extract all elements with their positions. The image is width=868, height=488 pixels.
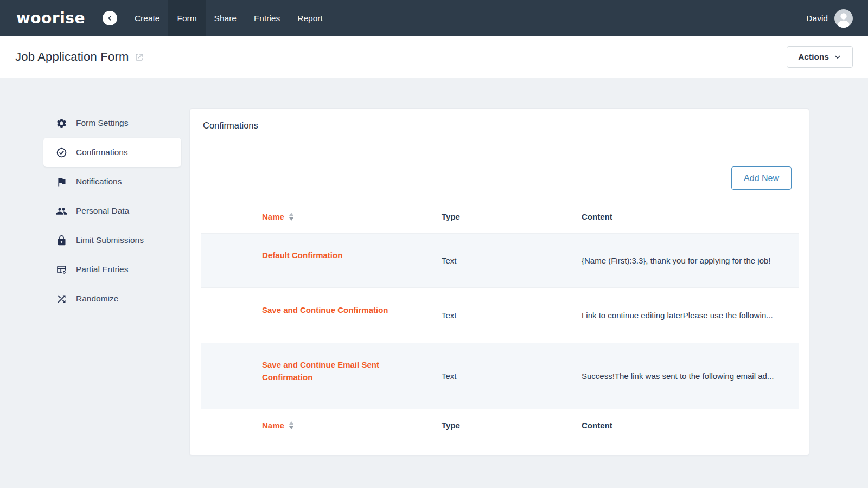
sidebar-item-label: Partial Entries: [76, 265, 128, 274]
confirmation-type: Text: [442, 287, 582, 343]
sidebar-item-form-settings[interactable]: Form Settings: [43, 108, 181, 138]
panel-toolbar: Add New: [190, 142, 809, 201]
sort-arrows-icon: [289, 213, 293, 221]
chevron-left-icon: [106, 14, 114, 22]
confirmation-name-link[interactable]: Default Confirmation: [262, 249, 342, 261]
sidebar-item-limit-submissions[interactable]: Limit Submissions: [43, 226, 181, 255]
column-footer-name: Name: [262, 421, 284, 430]
content-area: Form Settings Confirmations Notification…: [0, 78, 868, 455]
settings-sidebar: Form Settings Confirmations Notification…: [43, 108, 181, 455]
sidebar-item-randomize[interactable]: Randomize: [43, 284, 181, 313]
column-footer-type: Type: [442, 409, 582, 441]
user-menu[interactable]: David: [806, 9, 853, 28]
column-footer-content: Content: [582, 409, 799, 441]
top-navbar: woorise Create Form Share Entries Report…: [0, 0, 868, 36]
actions-button[interactable]: Actions: [787, 46, 853, 68]
lock-icon: [56, 235, 67, 246]
sidebar-item-label: Limit Submissions: [76, 235, 144, 245]
confirmation-name-link[interactable]: Save and Continue Confirmation: [262, 304, 388, 316]
sidebar-item-label: Form Settings: [76, 118, 128, 128]
sidebar-item-confirmations[interactable]: Confirmations: [43, 138, 181, 167]
chevron-down-icon: [834, 53, 841, 61]
sidebar-item-personal-data[interactable]: Personal Data: [43, 196, 181, 226]
flag-icon: [56, 176, 67, 188]
confirmation-content: Success!The link was sent to the followi…: [582, 343, 799, 409]
back-button[interactable]: [103, 11, 117, 25]
nav-item-entries[interactable]: Entries: [245, 0, 289, 36]
confirmation-content: {Name (First):3.3}, thank you for applyi…: [582, 233, 799, 287]
check-circle-icon: [56, 147, 67, 158]
confirmation-type: Text: [442, 233, 582, 287]
nav-item-report[interactable]: Report: [289, 0, 331, 36]
table-footer-row: Name Type Content: [201, 409, 799, 441]
sidebar-item-label: Randomize: [76, 294, 118, 304]
column-header-name: Name: [262, 212, 284, 221]
sidebar-item-label: Personal Data: [76, 206, 129, 216]
table-row: Default Confirmation Text {Name (First):…: [201, 233, 799, 287]
person-icon: [834, 9, 853, 28]
table-refresh-icon: [56, 264, 67, 275]
confirmations-panel: Confirmations Add New Name Type: [189, 108, 809, 455]
add-new-button[interactable]: Add New: [731, 166, 792, 190]
sort-arrows-icon: [289, 421, 293, 429]
column-header-type: Type: [442, 201, 582, 233]
confirmation-type: Text: [442, 343, 582, 409]
nav-item-form[interactable]: Form: [168, 0, 205, 36]
confirmation-content: Link to continue editing laterPlease use…: [582, 287, 799, 343]
sidebar-item-label: Confirmations: [76, 147, 128, 157]
titlebar: Job Application Form Actions: [0, 36, 868, 78]
sort-by-name-header[interactable]: Name: [262, 212, 293, 221]
sidebar-item-partial-entries[interactable]: Partial Entries: [43, 255, 181, 284]
confirmations-table: Name Type Content Default Confirmation T…: [201, 201, 798, 441]
page-title: Job Application Form: [15, 50, 129, 64]
nav-item-share[interactable]: Share: [206, 0, 245, 36]
table-row: Save and Continue Confirmation Text Link…: [201, 287, 799, 343]
confirmation-name-link[interactable]: Save and Continue Email Sent Confirmatio…: [262, 358, 400, 384]
avatar[interactable]: [834, 9, 853, 28]
people-icon: [56, 206, 67, 217]
sidebar-item-notifications[interactable]: Notifications: [43, 167, 181, 196]
sidebar-item-label: Notifications: [76, 177, 122, 187]
panel-title: Confirmations: [190, 109, 809, 142]
table-row: Save and Continue Email Sent Confirmatio…: [201, 343, 799, 409]
shuffle-icon: [56, 293, 67, 305]
user-name: David: [806, 14, 828, 23]
nav-item-create[interactable]: Create: [126, 0, 169, 36]
main-nav: Create Form Share Entries Report: [126, 0, 331, 36]
external-link-icon[interactable]: [134, 52, 144, 62]
table-header-row: Name Type Content: [201, 201, 799, 233]
column-header-content: Content: [582, 201, 799, 233]
sort-by-name-footer[interactable]: Name: [262, 421, 293, 430]
actions-label: Actions: [798, 52, 829, 62]
woorise-logo[interactable]: woorise: [16, 9, 85, 27]
gear-icon: [56, 118, 67, 129]
